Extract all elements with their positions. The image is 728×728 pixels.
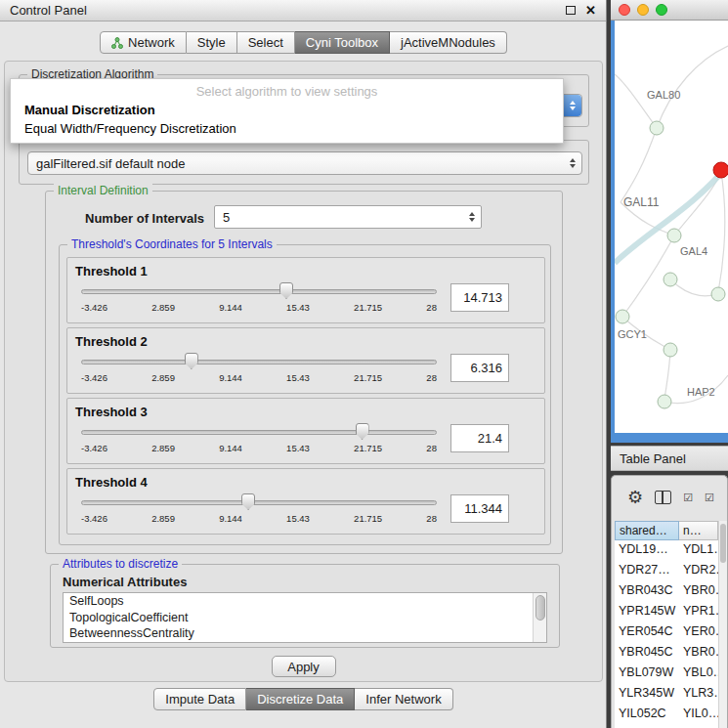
- slider-thumb[interactable]: [279, 282, 293, 299]
- scrollbar-thumb[interactable]: [720, 524, 726, 563]
- tick-label: -3.426: [81, 372, 107, 383]
- threshold-1-slider[interactable]: -3.4262.8599.14415.4321.71528: [81, 279, 437, 315]
- table-row[interactable]: YBR043CYBR0…: [615, 581, 718, 602]
- table-data-combobox-value: galFiltered.sif default node: [28, 156, 564, 171]
- tick-label: -3.426: [81, 443, 107, 453]
- cell[interactable]: YBR045C: [615, 643, 679, 664]
- tab-select[interactable]: Select: [237, 31, 295, 54]
- table-row[interactable]: YDL19…YDL1…: [615, 540, 718, 561]
- cell[interactable]: YBR043C: [615, 581, 679, 602]
- numerical-attributes-label: Numerical Attributes: [63, 575, 187, 589]
- threshold-4-slider[interactable]: -3.4262.8599.14415.4321.71528: [81, 491, 437, 526]
- tab-cyni-toolbox[interactable]: Cyni Toolbox: [295, 31, 390, 54]
- threshold-3-slider[interactable]: -3.4262.8599.14415.4321.71528: [81, 420, 437, 455]
- table-row[interactable]: YDR27…YDR2…: [615, 561, 718, 581]
- table-panel-header: Table Panel: [611, 446, 728, 471]
- tick-label: 21.715: [354, 302, 382, 313]
- cell[interactable]: YLR3…: [679, 684, 718, 705]
- network-node[interactable]: [616, 310, 629, 323]
- highlighted-edge[interactable]: [615, 165, 728, 263]
- scrollbar-thumb[interactable]: [535, 595, 545, 621]
- minimize-traffic-light[interactable]: [637, 4, 649, 16]
- slider-thumb[interactable]: [356, 423, 369, 440]
- spinner-arrows-icon[interactable]: [463, 206, 481, 228]
- threshold-3-value[interactable]: 21.4: [450, 424, 509, 452]
- threshold-1-value[interactable]: 14.713: [450, 283, 509, 312]
- zoom-traffic-light[interactable]: [656, 4, 667, 16]
- threshold-4-value[interactable]: 11.344: [450, 494, 509, 523]
- cell[interactable]: YBL0…: [679, 664, 718, 684]
- select-none-checkbox-icon[interactable]: ☑: [705, 492, 714, 503]
- network-node[interactable]: [664, 343, 677, 357]
- cell[interactable]: YIL052C: [615, 705, 679, 725]
- tab-jactivemodules[interactable]: jActiveMNodules: [390, 31, 507, 54]
- dropdown-option-manual[interactable]: Manual Discretization: [11, 101, 563, 119]
- dropdown-option-equal-width[interactable]: Equal Width/Frequency Discretization: [11, 119, 563, 138]
- cell[interactable]: YBL079W: [615, 664, 679, 684]
- cell[interactable]: YPR1…: [679, 602, 718, 622]
- cell[interactable]: YDL19…: [615, 540, 679, 561]
- table-scrollbar[interactable]: [718, 521, 727, 728]
- table-panel-title: Table Panel: [620, 451, 686, 466]
- list-item[interactable]: BetweennessCentrality: [64, 625, 546, 642]
- table-row[interactable]: YPR145WYPR1…: [615, 602, 718, 622]
- gear-icon[interactable]: ⚙: [627, 489, 643, 506]
- cell[interactable]: YDL1…: [679, 540, 718, 561]
- network-node[interactable]: [667, 229, 681, 242]
- cell[interactable]: YPR145W: [615, 602, 679, 622]
- combo-arrows-icon[interactable]: [564, 152, 581, 174]
- column-header-shared-name[interactable]: shared…: [615, 521, 679, 540]
- column-header-name[interactable]: n…: [679, 521, 718, 540]
- tick-label: 28: [426, 513, 437, 524]
- threshold-1-label: Threshold 1: [75, 264, 536, 278]
- close-icon[interactable]: ✕: [585, 4, 596, 17]
- number-of-intervals-spinner[interactable]: 5: [214, 205, 482, 229]
- tick-label: 15.43: [286, 443, 310, 453]
- close-traffic-light[interactable]: [619, 4, 630, 16]
- cell[interactable]: YDR2…: [679, 561, 718, 581]
- network-node[interactable]: [650, 121, 664, 135]
- slider-thumb[interactable]: [241, 493, 255, 510]
- cell[interactable]: YIL0…: [679, 705, 718, 725]
- list-item[interactable]: TopologicalCoefficient: [64, 610, 546, 626]
- columns-icon[interactable]: [655, 491, 671, 504]
- table-row[interactable]: YBL079WYBL0…: [615, 664, 718, 684]
- threshold-2-slider[interactable]: -3.4262.8599.14415.4321.71528: [81, 350, 437, 385]
- table-row[interactable]: YIL052CYIL0…: [615, 705, 718, 725]
- selected-network-node[interactable]: [713, 162, 728, 178]
- tab-discretize-data[interactable]: Discretize Data: [246, 688, 355, 710]
- network-node[interactable]: [664, 273, 677, 286]
- table-row[interactable]: YER054CYER0…: [615, 622, 718, 643]
- list-scrollbar[interactable]: [533, 593, 546, 642]
- network-node[interactable]: [658, 395, 671, 408]
- select-all-checkbox-icon[interactable]: ☑: [683, 492, 693, 503]
- table-header-row: shared… n…: [615, 521, 718, 540]
- network-canvas[interactable]: GAL80 GAL11 GAL4 GCY1 HAP2: [615, 21, 728, 433]
- slider-thumb[interactable]: [185, 353, 198, 369]
- network-node[interactable]: [711, 287, 725, 301]
- cell[interactable]: YER054C: [615, 622, 679, 643]
- dropdown-hint: Select algorithm to view settings: [11, 82, 563, 101]
- threshold-4-label: Threshold 4: [75, 475, 536, 490]
- cell[interactable]: YDR27…: [615, 561, 679, 581]
- cell[interactable]: YER0…: [679, 622, 718, 643]
- tab-impute-data[interactable]: Impute Data: [153, 688, 246, 710]
- table-data-combobox[interactable]: galFiltered.sif default node: [27, 151, 582, 175]
- threshold-2-value[interactable]: 6.316: [450, 354, 509, 382]
- tab-network[interactable]: Network: [100, 31, 187, 54]
- combo-arrows-icon[interactable]: [564, 95, 581, 116]
- apply-button[interactable]: Apply: [272, 656, 336, 677]
- table-row[interactable]: YBR045CYBR0…: [615, 643, 718, 664]
- tick-label: 15.43: [286, 372, 310, 383]
- cell[interactable]: YLR345W: [615, 684, 679, 705]
- cell[interactable]: YBR0…: [679, 581, 718, 602]
- tab-style[interactable]: Style: [187, 31, 237, 54]
- list-item[interactable]: SelfLoops: [64, 593, 546, 610]
- attributes-list[interactable]: SelfLoops TopologicalCoefficient Between…: [63, 592, 547, 643]
- tab-infer-network[interactable]: Infer Network: [355, 688, 452, 710]
- node-label-gal4: GAL4: [680, 245, 707, 257]
- cell[interactable]: YBR0…: [679, 643, 718, 664]
- tick-label: 28: [426, 372, 437, 383]
- float-window-icon[interactable]: [566, 6, 576, 15]
- table-row[interactable]: YLR345WYLR3…: [615, 684, 718, 705]
